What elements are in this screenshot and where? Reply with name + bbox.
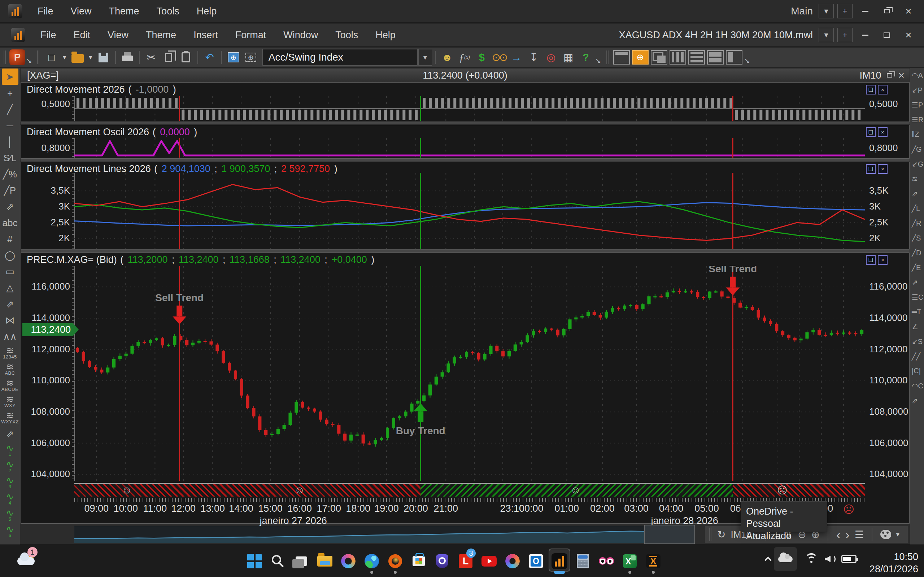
taskbar-search[interactable] [267, 548, 289, 574]
windows-cascade-icon[interactable] [651, 50, 667, 64]
expand-group-3[interactable]: ⇗ [2, 425, 18, 442]
menu-view[interactable]: View [62, 6, 100, 17]
triangle-tool[interactable]: △ [2, 279, 18, 296]
help-icon[interactable]: ? [577, 49, 594, 66]
download-icon[interactable]: ↧ [525, 49, 543, 66]
elliott-wave-tool[interactable]: ∧∧ [2, 328, 18, 344]
expand-group-1[interactable]: ⇗ [2, 198, 18, 214]
document-add-button[interactable]: + [837, 28, 853, 42]
page-right-icon[interactable]: › [845, 528, 849, 542]
grid-tool[interactable]: # [2, 231, 18, 247]
ellipse-tool[interactable]: ◯ [2, 247, 18, 263]
print-icon[interactable] [119, 49, 136, 66]
arrow-p-tool[interactable]: ↙P [910, 82, 924, 97]
taskbar-copilot[interactable] [337, 548, 360, 574]
crosshair-tool[interactable]: + [2, 85, 18, 101]
menu-tools[interactable]: Tools [148, 6, 188, 17]
function-icon[interactable]: ƒ(x) [456, 49, 473, 66]
copy-icon[interactable] [160, 49, 177, 66]
binoculars-icon[interactable]: ⊙⊙ [491, 49, 508, 66]
menu-tools[interactable]: Tools [327, 29, 367, 41]
stop-limit-line-tool[interactable]: S⁄L [2, 150, 18, 166]
taskbar-microsoft-store[interactable] [407, 548, 430, 574]
palette-caret-icon[interactable]: ▾ [896, 530, 900, 538]
minimize-button[interactable] [856, 3, 874, 19]
arrow-g-tool[interactable]: ↙G [910, 156, 924, 171]
workspace-dropdown[interactable]: ▾ [819, 4, 834, 18]
zoom-region-icon[interactable]: ⊕ [242, 49, 260, 66]
panel-splitter[interactable] [21, 159, 909, 161]
panel-restore-icon[interactable]: ❏ [866, 85, 876, 95]
mesh-tool[interactable]: ≋ [910, 171, 924, 186]
table-icon[interactable]: ▦ [560, 49, 577, 66]
list-icon[interactable]: ☰ [855, 529, 864, 541]
palette-icon[interactable] [880, 530, 891, 539]
program-icon[interactable]: P [10, 49, 25, 65]
document-dropdown[interactable]: ▾ [819, 28, 834, 42]
toolbar-grip[interactable] [37, 50, 39, 64]
panel-restore-icon[interactable]: ❏ [866, 127, 876, 137]
trend-line-tool[interactable]: ╱ [2, 101, 18, 117]
line-e-tool[interactable]: ╱E [910, 260, 924, 275]
taskbar-hourglass-app[interactable] [642, 548, 665, 574]
vertical-line-tool[interactable]: │ [2, 134, 18, 150]
menu-help[interactable]: Help [188, 6, 226, 17]
list-r-tool[interactable]: ☰R [910, 112, 924, 127]
taskbar-youtube[interactable] [478, 548, 501, 574]
taskbar-owl-app[interactable] [595, 548, 618, 574]
panel-splitter[interactable] [21, 250, 909, 253]
wave-abcde-tool[interactable]: ≋ABCDE [2, 377, 18, 393]
menu-file[interactable]: File [29, 6, 62, 17]
expand-group-2[interactable]: ⇗ [2, 296, 18, 312]
restore-button[interactable] [878, 3, 896, 19]
pointer-tool[interactable]: ➤ [2, 69, 18, 85]
corner-arrow-icon[interactable]: ↘ [744, 56, 750, 65]
taskbar-microsoft-365[interactable] [501, 548, 524, 574]
navigator-selection[interactable] [644, 525, 695, 544]
weather-widget[interactable]: 1 [15, 548, 37, 574]
new-caret-icon[interactable]: ▾ [60, 49, 69, 66]
candlestick-plot[interactable]: Sell TrendBuy TrendSell Trend [74, 266, 865, 481]
chart-caption-bar[interactable]: [XAG=] 113.2400 (+0.0400) IM10 × [21, 69, 909, 82]
taskbar-calculator[interactable] [571, 548, 594, 574]
window-target-active-icon[interactable]: ⊕ [632, 50, 649, 64]
lines-d-tool[interactable]: ╱D [910, 245, 924, 260]
close-button[interactable]: × [900, 3, 918, 19]
zigzag-5-tool[interactable]: ∿5 [2, 507, 18, 523]
workspace-add-button[interactable]: + [837, 4, 853, 18]
dollar-icon[interactable]: $ [473, 49, 491, 66]
taskbar-outlook[interactable] [525, 548, 548, 574]
zigzag-2-tool[interactable]: ∿2 [2, 458, 18, 474]
direct-movement-plot[interactable] [74, 96, 865, 121]
panel-close-icon[interactable]: × [878, 127, 888, 137]
panel-splitter[interactable] [21, 122, 909, 125]
save-icon[interactable] [95, 49, 112, 66]
taskbar-shield-app[interactable] [431, 548, 454, 574]
cut-icon[interactable]: ✂ [142, 49, 160, 66]
taskbar-start[interactable] [243, 548, 266, 574]
wave-12345-tool[interactable]: ≋12345 [2, 344, 18, 361]
menu-help[interactable]: Help [367, 29, 404, 41]
forward-icon[interactable]: → [508, 49, 525, 66]
horizontal-line-tool[interactable]: ─ [2, 117, 18, 134]
zigzag-3-tool[interactable]: ∿3 [2, 474, 18, 490]
tile-rows-icon[interactable] [688, 50, 705, 64]
direct-movement-oscil-plot[interactable] [74, 138, 865, 158]
trader-icon[interactable]: ☻ [439, 49, 456, 66]
panel-close-icon[interactable]: × [878, 85, 888, 95]
panel-close-icon[interactable]: × [878, 164, 888, 174]
wave-wxy-tool[interactable]: ≋WXY [2, 393, 18, 409]
maximize-button[interactable] [878, 27, 896, 43]
chart-close-icon[interactable]: × [898, 70, 905, 81]
toolbar-grip[interactable] [606, 50, 609, 64]
chart-navigator[interactable] [74, 526, 695, 543]
menu-window[interactable]: Window [275, 29, 327, 41]
zigzag-6-tool[interactable]: ∿6 [2, 523, 18, 539]
page-left-icon[interactable]: ‹ [836, 528, 840, 542]
text-tool[interactable]: abc [2, 214, 18, 231]
undo-icon[interactable]: ↶ [201, 49, 218, 66]
open-caret-icon[interactable]: ▾ [86, 49, 95, 66]
taskbar-task-view[interactable] [290, 548, 313, 574]
taskbar-trading-app[interactable] [548, 548, 571, 574]
refresh-icon[interactable]: ↻ [717, 529, 725, 541]
